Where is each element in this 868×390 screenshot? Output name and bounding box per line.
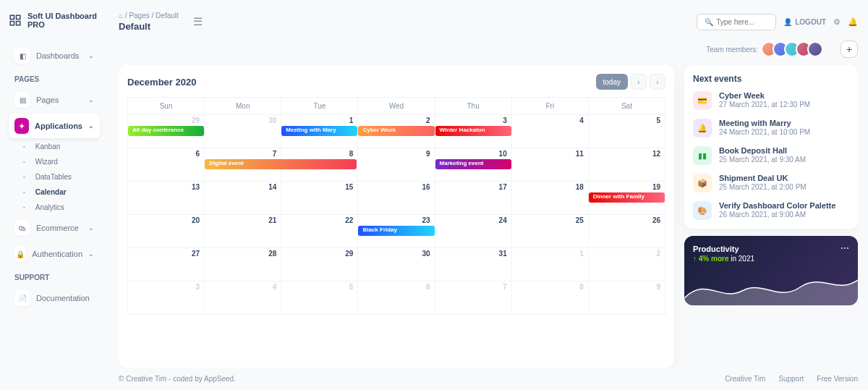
sidebar-item-applications[interactable]: ✦ Applications ⌄: [9, 114, 100, 138]
calendar-cell[interactable]: 6: [358, 281, 435, 315]
calendar-cell[interactable]: 2Cyber Week: [358, 115, 435, 148]
sidebar-item-documentation[interactable]: 📄 Documentation: [9, 286, 100, 310]
calendar-cell[interactable]: 3: [128, 281, 205, 315]
add-member-button[interactable]: +: [841, 41, 858, 58]
event-cyber[interactable]: Cyber Week: [358, 126, 434, 136]
bell-icon[interactable]: 🔔: [848, 17, 858, 27]
sidebar-subitem-wizard[interactable]: Wizard: [9, 155, 100, 169]
calendar-cell[interactable]: 29All day conference: [128, 115, 205, 148]
calendar-cell[interactable]: 25: [511, 215, 588, 248]
calendar-cell[interactable]: 9: [588, 281, 665, 315]
calendar-cell[interactable]: 22: [281, 215, 358, 248]
sidebar-subitem-calendar[interactable]: Calendar: [9, 185, 100, 199]
calendar-cell[interactable]: 8: [281, 148, 358, 182]
event-item[interactable]: 🎨 Verify Dashboard Color Palette26 March…: [693, 201, 849, 220]
brand-logo[interactable]: Soft UI Dashboard PRO: [9, 12, 100, 29]
today-button[interactable]: today: [596, 74, 628, 90]
event-dinner[interactable]: Dinner with Family: [589, 192, 665, 203]
event-blackfriday[interactable]: Black Friday: [358, 226, 434, 236]
sidebar-subitem-analytics[interactable]: Analytics: [9, 200, 100, 214]
calendar-cell[interactable]: 10Marketing event: [435, 148, 511, 182]
calendar-cell[interactable]: 1Meeting with Mary: [281, 115, 358, 148]
calendar-cell[interactable]: 8: [511, 281, 588, 315]
menu-toggle-icon[interactable]: ☰: [193, 15, 203, 28]
footer-support-link[interactable]: Support: [778, 375, 804, 383]
home-icon[interactable]: ⌂: [119, 12, 123, 20]
sidebar-item-authentication[interactable]: 🔒 Authentication ⌄: [9, 242, 100, 266]
bell-icon: 🔔: [693, 119, 712, 137]
calendar-cell[interactable]: 30: [205, 115, 281, 148]
event-item[interactable]: ▮▮ Book Deposit Hall25 March 2021, at 9:…: [693, 146, 849, 165]
event-item[interactable]: 📦 Shipment Deal UK25 March 2021, at 2:00…: [693, 174, 849, 192]
avatar[interactable]: [807, 41, 823, 57]
calendar-cell[interactable]: 3Winter Hackaton: [435, 115, 511, 148]
calendar-cell[interactable]: 20: [128, 215, 205, 248]
event-marketing[interactable]: Marketing event: [435, 159, 511, 169]
chevron-down-icon: ⌄: [88, 224, 94, 232]
footer-creative-link-2[interactable]: Creative Tim: [725, 375, 765, 383]
productivity-title: Productivity: [693, 245, 849, 253]
calendar-cell[interactable]: 19Dinner with Family: [588, 182, 665, 215]
calendar-cell[interactable]: 12: [588, 148, 665, 182]
wallet-icon: 💳: [693, 91, 712, 110]
calendar-cell[interactable]: 4: [205, 281, 281, 315]
documentation-icon: 📄: [14, 290, 30, 306]
calendar-cell[interactable]: 27: [128, 248, 205, 281]
pages-icon: ▤: [14, 92, 30, 108]
event-mary[interactable]: Meeting with Mary: [281, 126, 357, 136]
svg-rect-2: [10, 22, 14, 25]
productivity-subtitle: ↑ 4% more in 2021: [693, 255, 849, 263]
breadcrumb: ⌂ / Pages / Default: [119, 12, 179, 20]
svg-rect-1: [17, 15, 20, 19]
footer-free-link[interactable]: Free Version: [817, 375, 858, 383]
footer-creative-link[interactable]: Creative Tim: [126, 375, 166, 383]
calendar-cell[interactable]: 4: [511, 115, 588, 148]
calendar-cell[interactable]: 5: [281, 281, 358, 315]
search-box[interactable]: 🔍: [697, 14, 776, 30]
calendar-cell[interactable]: 13: [128, 182, 205, 215]
settings-icon[interactable]: ⚙: [833, 17, 841, 27]
calendar-cell[interactable]: 31: [435, 248, 511, 281]
calendar-cell[interactable]: 9: [358, 148, 435, 182]
sidebar-subitem-kanban[interactable]: Kanban: [9, 140, 100, 153]
calendar-cell[interactable]: 18: [511, 182, 588, 215]
calendar-cell[interactable]: 26: [588, 215, 665, 248]
calendar-cell[interactable]: 11: [511, 148, 588, 182]
calendar-cell[interactable]: 1: [511, 248, 588, 281]
calendar-cell[interactable]: 24: [435, 215, 511, 248]
calendar-cell[interactable]: 6: [128, 148, 205, 182]
chevron-down-icon: ⌄: [88, 122, 94, 130]
calendar-cell[interactable]: 17: [435, 182, 511, 215]
calendar-cell[interactable]: 7: [435, 281, 511, 315]
sidebar-item-dashboards[interactable]: ◧ Dashboards ⌄: [9, 43, 100, 68]
sidebar-subitem-datatables[interactable]: DataTables: [9, 170, 100, 184]
event-winter[interactable]: Winter Hackaton: [435, 126, 511, 136]
logo-icon: [9, 13, 22, 27]
calendar-cell[interactable]: 5: [588, 115, 665, 148]
more-icon[interactable]: ⋯: [841, 243, 849, 253]
event-item[interactable]: 🔔 Meeting with Marry24 March 2021, at 10…: [693, 119, 849, 137]
next-events-card: Next events 💳 Cyber Week27 March 2021, a…: [684, 65, 858, 229]
sidebar-item-pages[interactable]: ▤ Pages ⌄: [9, 88, 100, 112]
calendar-cell[interactable]: 23Black Friday: [358, 215, 435, 248]
authentication-icon: 🔒: [14, 246, 26, 262]
event-item[interactable]: 💳 Cyber Week27 March 2021, at 12:30 PM: [693, 91, 849, 110]
calendar-cell[interactable]: 28: [205, 248, 281, 281]
sidebar-item-ecommerce[interactable]: 🛍 Ecommerce ⌄: [9, 216, 100, 240]
search-input[interactable]: [716, 18, 770, 26]
next-button[interactable]: ›: [650, 74, 665, 90]
calendar-cell[interactable]: 15: [281, 182, 358, 215]
calendar-cell[interactable]: 21: [205, 215, 281, 248]
calendar-cell[interactable]: 7Digital event: [205, 148, 281, 182]
event-allday[interactable]: All day conference: [128, 126, 204, 136]
calendar-cell[interactable]: 30: [358, 248, 435, 281]
calendar-cell[interactable]: 2: [588, 248, 665, 281]
prev-button[interactable]: ‹: [631, 74, 647, 90]
logout-button[interactable]: 👤LOGOUT: [783, 18, 826, 26]
svg-rect-0: [10, 15, 14, 19]
book-icon: ▮▮: [693, 146, 712, 165]
calendar-cell[interactable]: 14: [205, 182, 281, 215]
ecommerce-icon: 🛍: [14, 220, 30, 236]
calendar-cell[interactable]: 29: [281, 248, 358, 281]
calendar-cell[interactable]: 16: [358, 182, 435, 215]
